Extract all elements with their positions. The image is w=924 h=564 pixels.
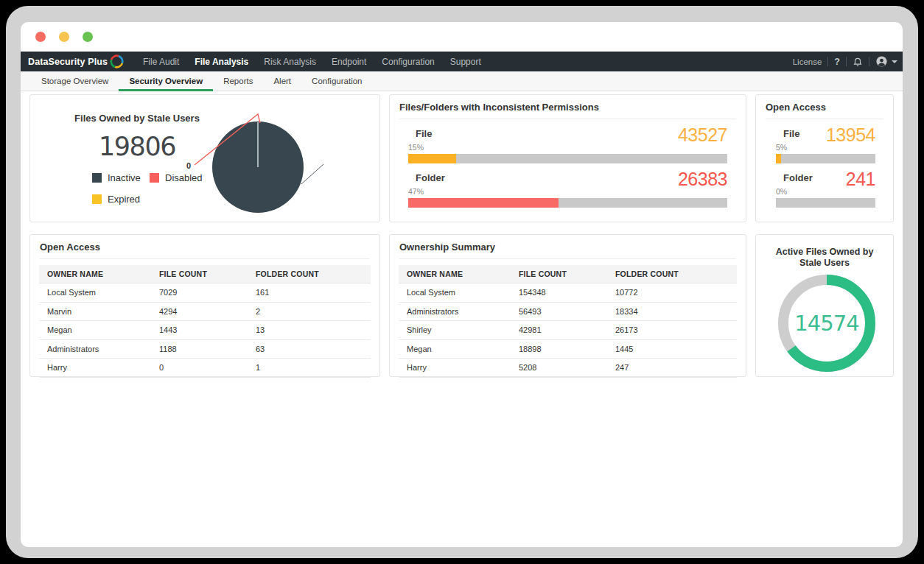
nav-right-actions: License ? xyxy=(793,55,903,68)
table-cell: 18334 xyxy=(607,307,737,316)
card-title: Ownership Summary xyxy=(390,235,746,258)
table-cell: 247 xyxy=(607,363,737,372)
table-cell: 1188 xyxy=(151,345,248,353)
help-icon[interactable]: ? xyxy=(834,57,840,67)
table-header-row: OWNER NAMEFILE COUNTFOLDER COUNT xyxy=(39,265,371,283)
table-row: Local System7029161 xyxy=(39,283,371,303)
open-access-bars: File139545%Folder2410% xyxy=(776,127,875,216)
metric-progress-fill xyxy=(408,198,559,208)
card-inconsistent-permissions: Files/Folders with Inconsistent Permissi… xyxy=(389,94,746,222)
table-cell: 26173 xyxy=(607,325,737,334)
column-header-owner-name: OWNER NAME xyxy=(399,269,511,278)
legend-item-disabled: Disabled xyxy=(150,172,203,183)
table-row: Administrators118863 xyxy=(39,340,371,359)
metric-percent: 0% xyxy=(776,187,787,196)
nav-item-configuration[interactable]: Configuration xyxy=(382,57,434,67)
card-active-files-donut: Active Files Owned by Stale Users 14574 xyxy=(755,234,894,377)
app-logo[interactable]: DataSecurity Plus xyxy=(28,54,124,68)
metric-percent: 15% xyxy=(408,143,424,152)
metric-row-folder: Folder2638347% xyxy=(408,172,727,216)
tab-security-overview[interactable]: Security Overview xyxy=(119,71,213,91)
app-logo-text: DataSecurity Plus xyxy=(28,57,108,67)
tab-reports[interactable]: Reports xyxy=(213,71,263,91)
metric-value: 26383 xyxy=(678,169,727,188)
table-cell: Megan xyxy=(399,345,511,353)
tab-alert[interactable]: Alert xyxy=(263,71,301,91)
nav-item-endpoint[interactable]: Endpoint xyxy=(332,57,366,67)
nav-item-support[interactable]: Support xyxy=(450,57,481,67)
card-open-access-table: Open Access OWNER NAMEFILE COUNTFOLDER C… xyxy=(29,234,380,377)
metric-percent: 47% xyxy=(408,187,424,196)
divider xyxy=(399,119,736,119)
metric-percent: 5% xyxy=(776,143,787,152)
metric-progressbar xyxy=(776,198,875,208)
app-window: DataSecurity Plus File AuditFile Analysi… xyxy=(21,22,903,547)
brand-swirl-icon xyxy=(108,53,126,71)
active-files-donut-chart: 14574 xyxy=(756,235,893,376)
legend-swatch xyxy=(150,173,159,183)
table-header-row: OWNER NAMEFILE COUNTFOLDER COUNT xyxy=(399,265,737,283)
open-access-table: OWNER NAMEFILE COUNTFOLDER COUNTLocal Sy… xyxy=(39,265,371,378)
nav-separator xyxy=(827,57,828,66)
table-cell: 10772 xyxy=(607,288,737,297)
metric-value: 241 xyxy=(846,169,875,188)
minimize-window-button[interactable] xyxy=(59,32,69,42)
table-row: Shirley4298126173 xyxy=(399,321,737,340)
table-cell: 63 xyxy=(248,345,371,353)
notifications-bell-icon[interactable] xyxy=(853,56,863,67)
table-cell: 154348 xyxy=(511,288,607,297)
table-row: Local System15434810772 xyxy=(399,283,737,303)
user-menu-caret-icon[interactable] xyxy=(892,60,897,63)
screen-background: DataSecurity Plus File AuditFile Analysi… xyxy=(6,6,918,558)
table-row: Harry5208247 xyxy=(399,359,737,378)
metric-progress-fill xyxy=(776,154,781,163)
metric-progressbar xyxy=(408,154,727,163)
close-window-button[interactable] xyxy=(35,32,46,42)
legend-swatch xyxy=(92,194,102,204)
card-title: Files Owned by Stale Users xyxy=(30,113,244,124)
window-titlebar xyxy=(21,22,903,52)
table-cell: 4294 xyxy=(151,307,248,316)
table-cell: Shirley xyxy=(399,325,511,334)
table-cell: Marvin xyxy=(39,307,151,316)
table-cell: Megan xyxy=(39,325,151,334)
table-cell: Harry xyxy=(399,363,511,372)
metric-row-folder: Folder2410% xyxy=(776,172,875,216)
table-row: Megan188981445 xyxy=(399,340,737,359)
table-cell: Administrators xyxy=(399,307,511,316)
nav-separator xyxy=(846,57,847,66)
metric-label: Folder xyxy=(416,172,445,183)
column-header-file-count: FILE COUNT xyxy=(511,269,607,278)
nav-separator xyxy=(869,57,869,66)
nav-item-risk-analysis[interactable]: Risk Analysis xyxy=(264,57,316,67)
column-header-owner-name: OWNER NAME xyxy=(39,269,151,278)
table-cell: 5208 xyxy=(511,363,607,372)
metric-label: Folder xyxy=(783,172,813,183)
metric-value: 43527 xyxy=(678,125,727,144)
tab-storage-overview[interactable]: Storage Overview xyxy=(31,71,119,91)
metric-progressbar xyxy=(776,154,875,163)
table-row: Megan144313 xyxy=(39,321,371,340)
column-header-folder-count: FOLDER COUNT xyxy=(607,269,737,278)
table-cell: 161 xyxy=(248,288,371,297)
divider xyxy=(399,258,736,259)
metric-row-file: File4352715% xyxy=(408,127,727,172)
card-open-access-summary: Open Access File139545%Folder2410% xyxy=(755,94,894,222)
metric-progress-fill xyxy=(408,154,456,163)
tab-configuration[interactable]: Configuration xyxy=(301,71,372,91)
table-cell: 56493 xyxy=(511,307,607,316)
column-header-folder-count: FOLDER COUNT xyxy=(248,269,371,278)
metric-row-file: File139545% xyxy=(776,127,875,172)
table-cell: 1445 xyxy=(607,345,737,353)
user-avatar-icon[interactable] xyxy=(875,55,888,68)
ownership-summary-table: OWNER NAMEFILE COUNTFOLDER COUNTLocal Sy… xyxy=(399,265,737,378)
stale-users-total: 19806 xyxy=(30,129,244,164)
nav-item-file-audit[interactable]: File Audit xyxy=(143,57,179,67)
nav-item-file-analysis[interactable]: File Analysis xyxy=(195,57,248,67)
maximize-window-button[interactable] xyxy=(83,32,93,42)
card-files-owned-by-stale-users: 0 Files Owned by Stale Users 19806 Inact… xyxy=(29,94,380,222)
license-link[interactable]: License xyxy=(793,57,822,66)
divider xyxy=(40,258,370,259)
dashboard-content: 0 Files Owned by Stale Users 19806 Inact… xyxy=(21,91,903,386)
column-header-file-count: FILE COUNT xyxy=(151,269,248,278)
